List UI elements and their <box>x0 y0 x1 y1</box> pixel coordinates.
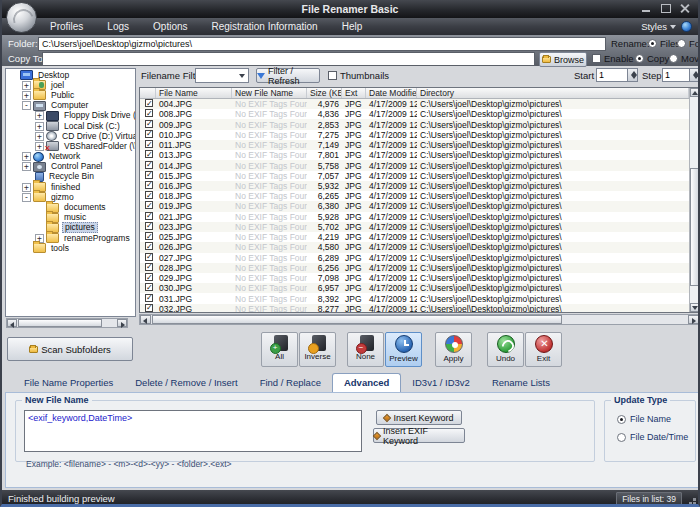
tree-expander[interactable]: - <box>22 101 31 110</box>
row-checkbox[interactable] <box>145 191 153 199</box>
new-file-name-input[interactable]: <exif_keyword,DateTime> <box>24 410 362 452</box>
row-checkbox[interactable] <box>145 201 153 209</box>
menu-item[interactable]: Registration Information <box>200 18 330 35</box>
start-spinner[interactable] <box>627 68 638 82</box>
table-row[interactable]: 021.JPG No EXIF Tags Found 5,928 JPG 4/1… <box>140 212 689 222</box>
row-checkbox[interactable] <box>145 130 153 138</box>
table-row[interactable]: 018.JPG No EXIF Tags Found 6,265 JPG 4/1… <box>140 191 689 201</box>
tree-item[interactable]: + Control Panel <box>6 162 135 172</box>
table-row[interactable]: 029.JPG No EXIF Tags Found 7,098 JPG 4/1… <box>140 273 689 283</box>
maximize-icon[interactable] <box>660 3 671 14</box>
tree-item[interactable]: Recycle Bin <box>6 172 135 182</box>
tree-item[interactable]: + finished <box>6 182 135 192</box>
folder-path-input[interactable]: C:\Users\joel\Desktop\gizmo\pictures\ <box>38 37 606 51</box>
header-checkbox-column[interactable] <box>140 88 156 98</box>
row-checkbox[interactable] <box>145 171 153 179</box>
table-horizontal-scrollbar[interactable] <box>139 314 700 325</box>
close-icon[interactable] <box>679 3 690 14</box>
table-row[interactable]: 025.JPG No EXIF Tags Found 4,219 JPG 4/1… <box>140 232 689 242</box>
header-size[interactable]: Size (KB) <box>307 88 342 98</box>
tree-expander[interactable]: + <box>35 111 44 120</box>
action-button[interactable]: Preview <box>385 332 422 367</box>
scroll-thumb[interactable] <box>690 168 699 286</box>
insert-keyword-button[interactable]: Insert Keyword <box>376 410 462 425</box>
copyto-input[interactable] <box>42 52 535 66</box>
table-row[interactable]: 030.JPG No EXIF Tags Found 6,957 JPG 4/1… <box>140 283 689 293</box>
action-button[interactable]: Inverse <box>299 332 336 367</box>
move-radio[interactable]: Move <box>669 53 700 64</box>
menu-item[interactable]: Help <box>330 18 375 35</box>
header-file-name[interactable]: File Name <box>156 88 232 98</box>
tree-item[interactable]: + CD Drive (D:) VirtualBox Guest <box>6 131 135 141</box>
row-checkbox[interactable] <box>145 273 153 281</box>
scan-subfolders-button[interactable]: Scan Subfolders <box>7 337 133 361</box>
copy-radio[interactable]: Copy <box>635 53 669 64</box>
tree-item[interactable]: music <box>6 213 135 223</box>
tree-item[interactable]: + VBSharedFolder (\\vboxsvr) (Z <box>6 141 135 151</box>
row-checkbox[interactable] <box>145 109 153 117</box>
row-checkbox[interactable] <box>145 161 153 169</box>
row-checkbox[interactable] <box>145 222 153 230</box>
tree-item[interactable]: + joel <box>6 80 135 90</box>
table-row[interactable]: 008.JPG No EXIF Tags Found 4,836 JPG 4/1… <box>140 109 689 119</box>
table-row[interactable]: 019.JPG No EXIF Tags Found 6,380 JPG 4/1… <box>140 201 689 211</box>
header-ext[interactable]: Ext <box>342 88 366 98</box>
help-globe-icon[interactable] <box>681 21 692 32</box>
tree-expander[interactable]: + <box>35 142 44 151</box>
tree-expander[interactable]: + <box>35 132 44 141</box>
table-row[interactable]: 032.JPG No EXIF Tags Found 8,277 JPG 4/1… <box>140 304 689 312</box>
action-button[interactable]: Apply <box>435 332 472 367</box>
title-bar[interactable]: File Renamer Basic <box>2 0 698 18</box>
rename-files-radio[interactable]: Files <box>648 38 680 49</box>
tree-expander[interactable]: + <box>22 183 31 192</box>
table-row[interactable]: 023.JPG No EXIF Tags Found 5,702 JPG 4/1… <box>140 222 689 232</box>
action-button[interactable]: Undo <box>487 332 524 367</box>
scroll-left-icon[interactable] <box>140 315 151 324</box>
header-directory[interactable]: Directory <box>417 88 689 98</box>
tab[interactable]: Advanced <box>332 373 401 393</box>
file-datetime-radio[interactable]: File Date/Time <box>617 432 688 442</box>
tree-item[interactable]: documents <box>6 202 135 212</box>
table-vertical-scrollbar[interactable] <box>689 88 699 312</box>
tree-item[interactable]: + Public <box>6 90 135 100</box>
row-checkbox[interactable] <box>145 294 153 302</box>
minimize-icon[interactable] <box>641 3 652 14</box>
tree-expander[interactable]: + <box>22 91 31 100</box>
table-row[interactable]: 013.JPG No EXIF Tags Found 7,801 JPG 4/1… <box>140 150 689 160</box>
tree-expander[interactable]: + <box>22 152 31 161</box>
insert-exif-keyword-button[interactable]: Insert EXIF Keyword <box>373 428 465 443</box>
scroll-thumb[interactable] <box>152 315 562 324</box>
header-date-modified[interactable]: Date Modified <box>366 88 417 98</box>
browse-button[interactable]: Browse <box>539 52 587 67</box>
table-row[interactable]: 011.JPG No EXIF Tags Found 7,149 JPG 4/1… <box>140 140 689 150</box>
row-checkbox[interactable] <box>145 140 153 148</box>
table-row[interactable]: 028.JPG No EXIF Tags Found 6,256 JPG 4/1… <box>140 263 689 273</box>
menu-item[interactable]: Options <box>141 18 199 35</box>
scroll-up-icon[interactable] <box>690 88 699 97</box>
scroll-right-icon[interactable] <box>117 319 127 327</box>
tree-item[interactable]: tools <box>6 243 135 253</box>
table-row[interactable]: 026.JPG No EXIF Tags Found 4,580 JPG 4/1… <box>140 242 689 252</box>
menu-item[interactable]: Logs <box>95 18 141 35</box>
table-row[interactable]: 016.JPG No EXIF Tags Found 5,932 JPG 4/1… <box>140 181 689 191</box>
tab[interactable]: Find / Replace <box>249 374 332 392</box>
row-checkbox[interactable] <box>145 232 153 240</box>
header-new-file-name[interactable]: New File Name <box>232 88 307 98</box>
tree-expander[interactable]: + <box>22 81 31 90</box>
scroll-down-icon[interactable] <box>690 303 699 312</box>
tree-expander[interactable]: + <box>35 122 44 131</box>
styles-dropdown[interactable]: Styles <box>641 21 676 32</box>
row-checkbox[interactable] <box>145 99 153 107</box>
tree-item[interactable]: + Network <box>6 152 135 162</box>
table-row[interactable]: 009.JPG No EXIF Tags Found 2,853 JPG 4/1… <box>140 119 689 129</box>
action-button[interactable]: Exit <box>525 332 562 367</box>
row-checkbox[interactable] <box>145 304 153 312</box>
tree-item[interactable]: - Computer <box>6 101 135 111</box>
tree-item[interactable]: + renamePrograms <box>6 233 135 243</box>
tree-expander[interactable]: - <box>22 193 31 202</box>
row-checkbox[interactable] <box>145 212 153 220</box>
tab[interactable]: Delete / Remove / Insert <box>124 374 248 392</box>
row-checkbox[interactable] <box>145 253 153 261</box>
row-checkbox[interactable] <box>145 181 153 189</box>
tree-item[interactable]: Desktop <box>6 70 135 80</box>
